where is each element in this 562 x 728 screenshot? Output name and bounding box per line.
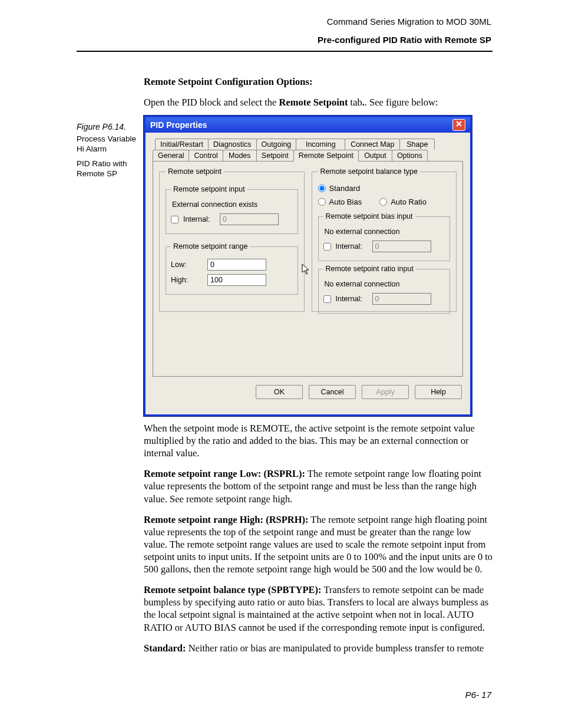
intro-heading: Remote Setpoint Configuration Options:	[144, 76, 312, 87]
page-header: Command Series Migration to MOD 30ML Pre…	[77, 17, 491, 45]
tab-general[interactable]: General	[153, 150, 189, 161]
para-5: Standard: Neither ratio or bias are mani…	[144, 642, 494, 654]
body-paragraphs: When the setpoint mode is REMOTE, the ac…	[144, 422, 494, 663]
bias-internal-label: Internal:	[336, 242, 368, 251]
ratio-note: No external connection	[325, 280, 445, 288]
group-ratio-input-label: Remote setpoint ratio input	[323, 265, 416, 273]
radio-auto-bias[interactable]	[318, 198, 326, 206]
titlebar[interactable]: PID Properties	[146, 117, 470, 133]
group-rsp-input: Remote setpoint input External connectio…	[166, 185, 298, 234]
group-remote-setpoint: Remote setpoint Remote setpoint input Ex…	[159, 167, 305, 312]
ext-conn-note: External connection exists	[172, 200, 293, 209]
rsp-low-label: Low:	[171, 261, 203, 269]
tab-shape[interactable]: Shape	[399, 139, 435, 150]
dialog-title: PID Properties	[150, 120, 207, 130]
dialog-button-bar: OK Cancel Apply Help	[146, 377, 470, 399]
group-rsp-balance-label: Remote setpoint balance type	[318, 167, 420, 176]
header-line1: Command Series Migration to MOD 30ML	[77, 17, 491, 27]
tab-incoming[interactable]: Incoming	[296, 139, 345, 150]
page-number: P6- 17	[465, 690, 491, 700]
intro-sentence: Open the PID block and select the Remote…	[144, 96, 494, 108]
rsp-high-field[interactable]	[207, 274, 266, 286]
pid-properties-dialog: PID Properties Initial/Restart Diagnosti…	[144, 116, 472, 416]
rsp-internal-checkbox[interactable]	[171, 216, 178, 223]
group-rsp-range: Remote setpoint range Low: High:	[166, 242, 298, 295]
rsp-high-label: High:	[171, 276, 203, 284]
para-4: Remote setpoint balance type (SPBTYPE): …	[144, 584, 494, 633]
figure-caption: Figure P6.14.	[77, 122, 135, 131]
tab-remote-setpoint[interactable]: Remote Setpoint	[293, 150, 359, 162]
group-remote-setpoint-label: Remote setpoint	[166, 167, 224, 176]
para-3: Remote setpoint range High: (RSPRH): The…	[144, 513, 494, 576]
cancel-button[interactable]: Cancel	[309, 385, 356, 399]
help-button[interactable]: Help	[415, 385, 462, 399]
header-line2: Pre-configured PID Ratio with Remote SP	[77, 35, 491, 45]
tab-modes[interactable]: Modes	[223, 150, 257, 161]
tab-pane: Remote setpoint Remote setpoint input Ex…	[153, 161, 463, 377]
group-rsp-balance: Remote setpoint balance type Standard Au…	[312, 167, 457, 312]
bias-internal-field[interactable]	[372, 241, 431, 252]
ratio-internal-label: Internal:	[336, 295, 368, 303]
ok-button[interactable]: OK	[256, 385, 303, 399]
para-2: Remote setpoint range Low: (RSPRL): The …	[144, 467, 494, 505]
tab-diagnostics[interactable]: Diagnostics	[208, 139, 257, 150]
radio-standard-label: Standard	[329, 184, 361, 193]
tab-connect-map[interactable]: Connect Map	[345, 139, 400, 150]
para-1: When the setpoint mode is REMOTE, the ac…	[144, 422, 494, 459]
apply-button[interactable]: Apply	[362, 385, 409, 399]
tab-setpoint[interactable]: Setpoint	[256, 150, 294, 161]
tabs-row-back: Initial/Restart Diagnostics Outgoing Inc…	[155, 139, 463, 150]
intro-block: Remote Setpoint Configuration Options: O…	[144, 75, 494, 117]
header-rule	[77, 51, 492, 52]
figure-text-2: PID Ratio with Remote SP	[77, 159, 138, 179]
tab-initial-restart[interactable]: Initial/Restart	[155, 139, 209, 150]
radio-auto-ratio[interactable]	[379, 198, 387, 206]
group-ratio-input: Remote setpoint ratio input No external …	[318, 265, 451, 314]
rsp-internal-field[interactable]	[220, 213, 279, 225]
radio-auto-bias-label: Auto Bias	[329, 197, 362, 206]
figure-text-1: Process Variable Hi Alarm	[77, 134, 138, 154]
radio-standard[interactable]	[318, 185, 326, 192]
close-icon[interactable]	[452, 119, 465, 131]
tab-options[interactable]: Options	[392, 150, 428, 161]
tab-output[interactable]: Output	[358, 150, 392, 161]
tab-outgoing[interactable]: Outgoing	[256, 139, 297, 150]
group-bias-input-label: Remote setpoint bias input	[323, 212, 415, 220]
tabs-row-front: General Control Modes Setpoint Remote Se…	[153, 150, 463, 161]
radio-auto-ratio-label: Auto Ratio	[391, 197, 427, 206]
group-rsp-input-label: Remote setpoint input	[171, 185, 247, 193]
bias-internal-checkbox[interactable]	[323, 243, 331, 251]
ratio-internal-field[interactable]	[372, 293, 431, 305]
bias-note: No external connection	[325, 228, 445, 236]
tab-control[interactable]: Control	[189, 150, 223, 161]
rsp-internal-label: Internal:	[183, 215, 215, 223]
group-rsp-range-label: Remote setpoint range	[171, 242, 250, 251]
rsp-low-field[interactable]	[207, 259, 266, 271]
ratio-internal-checkbox[interactable]	[323, 295, 331, 303]
group-bias-input: Remote setpoint bias input No external c…	[318, 212, 451, 261]
